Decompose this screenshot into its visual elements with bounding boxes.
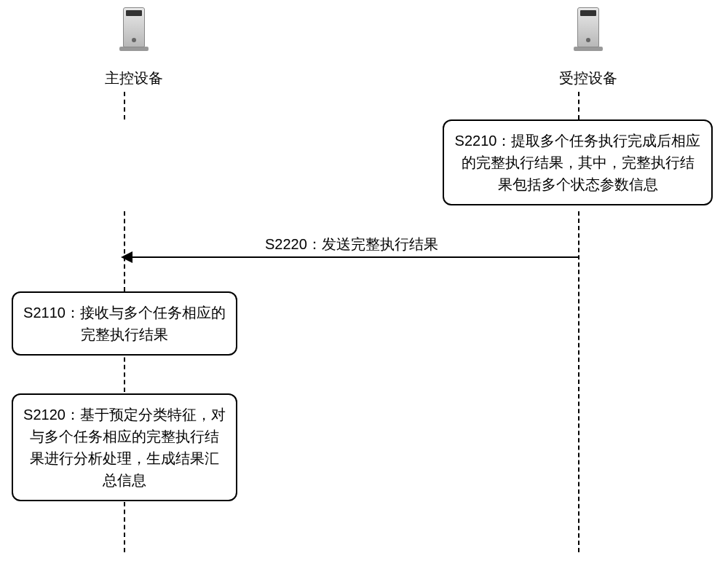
participant-controlled: 受控设备	[559, 7, 617, 88]
step-box-s2110: S2110：接收与多个任务相应的完整执行结果	[12, 291, 237, 356]
lifeline-dash	[124, 350, 125, 392]
server-icon	[116, 7, 152, 66]
step-text: S2110：接收与多个任务相应的完整执行结果	[23, 305, 226, 342]
step-text: S2120：基于预定分类特征，对与多个任务相应的完整执行结果进行分析处理，生成结…	[23, 407, 226, 488]
step-text: S2210：提取多个任务执行完成后相应的完整执行结果，其中，完整执行结果包括多个…	[455, 133, 701, 192]
lifeline-dash	[578, 211, 579, 552]
lifeline-dash	[578, 92, 579, 119]
server-tower-shape	[123, 7, 145, 47]
participant-controlled-label: 受控设备	[559, 68, 617, 88]
server-tower-shape	[577, 7, 599, 47]
participant-master-label: 主控设备	[105, 68, 163, 88]
message-label-s2220: S2220：发送完整执行结果	[262, 235, 441, 254]
participant-master: 主控设备	[105, 7, 163, 88]
message-arrow-head	[121, 251, 132, 263]
message-arrow-line	[131, 256, 578, 258]
step-box-s2120: S2120：基于预定分类特征，对与多个任务相应的完整执行结果进行分析处理，生成结…	[12, 393, 237, 501]
lifeline-dash	[124, 92, 125, 119]
server-icon	[570, 7, 606, 66]
step-box-s2210: S2210：提取多个任务执行完成后相应的完整执行结果，其中，完整执行结果包括多个…	[443, 119, 713, 205]
